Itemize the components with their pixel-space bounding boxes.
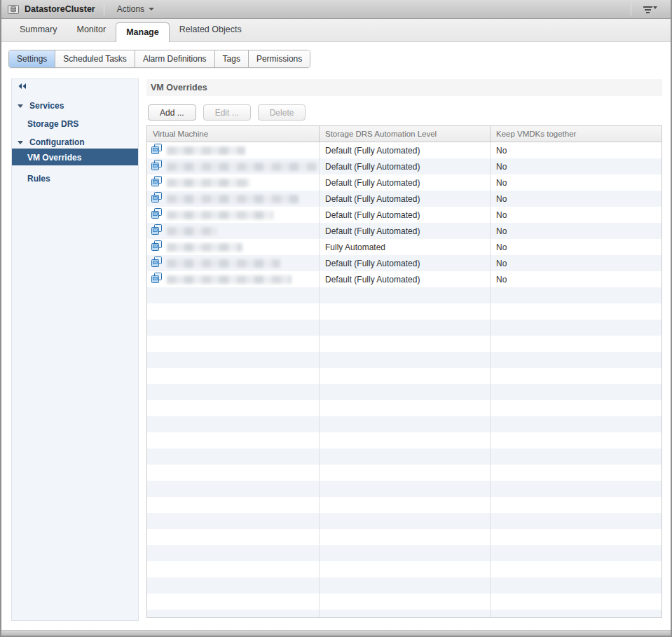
vm-name-redacted: [167, 163, 317, 171]
subtab-alarm-definitions[interactable]: Alarm Definitions: [135, 50, 215, 67]
subtab-scheduled-tasks[interactable]: Scheduled Tasks: [55, 50, 135, 67]
automation-level-cell: Default (Fully Automated): [320, 174, 491, 191]
automation-level-cell: Fully Automated: [320, 239, 491, 255]
automation-level-cell: Default (Fully Automated): [320, 223, 491, 239]
object-name: DatastoreCluster: [25, 4, 95, 14]
vm-cell[interactable]: [147, 142, 320, 158]
keep-vmdks-cell: No: [491, 174, 662, 191]
subtab-settings[interactable]: Settings: [9, 50, 55, 67]
vm-name-redacted: [167, 259, 280, 268]
vm-cell[interactable]: [147, 239, 320, 255]
vm-icon: [151, 240, 163, 254]
empty-table-row: [147, 432, 661, 448]
add-button[interactable]: Add ...: [148, 104, 196, 121]
automation-level-cell: Default (Fully Automated): [320, 142, 491, 158]
empty-table-row: [147, 513, 661, 529]
vm-name-redacted: [167, 179, 249, 187]
sidebar-item-vm-overrides[interactable]: VM Overrides: [12, 149, 138, 165]
column-header-keep-vmdks[interactable]: Keep VMDKs together: [491, 126, 662, 142]
sidebar-item-label: Rules: [27, 174, 50, 184]
empty-table-row: [147, 287, 661, 303]
vm-cell[interactable]: [147, 174, 320, 191]
vm-name-redacted: [167, 227, 217, 235]
automation-level-cell: Default (Fully Automated): [320, 158, 491, 174]
main-tab-bar: Summary Monitor Manage Related Objects: [1, 19, 671, 42]
table-body: Default (Fully Automated)NoDefault (Full…: [147, 142, 661, 618]
vm-cell[interactable]: [147, 207, 320, 223]
table-row[interactable]: Default (Fully Automated)No: [147, 255, 661, 271]
table-row[interactable]: Fully AutomatedNo: [147, 239, 661, 255]
settings-nav-panel: Services Storage DRS Configuration VM Ov…: [11, 78, 139, 621]
expanded-triangle-icon[interactable]: [18, 104, 23, 108]
vm-icon: [151, 256, 163, 270]
empty-table-row: [147, 465, 661, 481]
vm-cell[interactable]: [147, 255, 320, 271]
edit-button[interactable]: Edit ...: [203, 104, 251, 121]
subtab-permissions[interactable]: Permissions: [249, 50, 310, 67]
vm-icon: [151, 192, 163, 205]
window-bottom-bar: [1, 630, 671, 637]
vm-icon: [151, 224, 163, 238]
table-row[interactable]: Default (Fully Automated)No: [147, 223, 661, 239]
vm-icon: [151, 176, 163, 189]
empty-table-row: [147, 336, 661, 352]
expanded-triangle-icon[interactable]: [18, 141, 23, 144]
vm-icon: [151, 144, 163, 157]
delete-button[interactable]: Delete: [258, 104, 306, 121]
actions-menu-button[interactable]: Actions: [113, 2, 158, 16]
table-row[interactable]: Default (Fully Automated)No: [147, 191, 661, 207]
empty-table-row: [147, 577, 661, 594]
sidebar-group-label: Services: [29, 101, 64, 111]
automation-level-cell: Default (Fully Automated): [320, 207, 491, 223]
vm-cell[interactable]: [147, 271, 320, 287]
panel-header: VM Overrides: [146, 79, 662, 96]
tab-manage[interactable]: Manage: [116, 22, 170, 42]
manage-subtab-group: Settings Scheduled Tasks Alarm Definitio…: [8, 50, 310, 68]
table-row[interactable]: Default (Fully Automated)No: [147, 158, 661, 174]
vm-name-redacted: [167, 195, 299, 203]
titlebar-separator: [104, 3, 104, 15]
vm-name-redacted: [167, 211, 273, 219]
empty-table-row: [147, 320, 661, 336]
tab-related-objects[interactable]: Related Objects: [170, 18, 252, 41]
subtab-tags[interactable]: Tags: [215, 50, 249, 67]
column-header-automation-level[interactable]: Storage DRS Automation Level: [320, 126, 491, 142]
object-title-bar: DatastoreCluster Actions: [1, 0, 671, 19]
collapse-double-arrow-icon[interactable]: [18, 83, 27, 90]
sidebar-item-storage-drs[interactable]: Storage DRS: [12, 116, 138, 132]
table-row[interactable]: Default (Fully Automated)No: [147, 174, 661, 191]
toolbar: Add ... Edit ... Delete: [148, 104, 306, 121]
tab-summary[interactable]: Summary: [10, 18, 67, 41]
table-row[interactable]: Default (Fully Automated)No: [147, 142, 661, 158]
vm-cell[interactable]: [147, 223, 320, 239]
vsphere-client-window: DatastoreCluster Actions Summary Monitor…: [0, 0, 672, 637]
sidebar-group-services[interactable]: Services: [12, 97, 138, 114]
empty-table-row: [147, 545, 661, 561]
vm-cell[interactable]: [147, 191, 320, 207]
empty-table-row: [147, 352, 661, 368]
sidebar-item-rules[interactable]: Rules: [12, 170, 138, 187]
chevron-down-icon: [149, 8, 154, 11]
column-header-virtual-machine[interactable]: Virtual Machine: [147, 126, 320, 142]
vm-icon: [151, 273, 163, 286]
automation-level-cell: Default (Fully Automated): [320, 191, 491, 207]
keep-vmdks-cell: No: [491, 271, 662, 287]
titlebar-separator-right: [631, 3, 631, 15]
empty-table-row: [147, 497, 661, 513]
vm-cell[interactable]: [147, 158, 320, 174]
vm-overrides-table: Virtual Machine Storage DRS Automation L…: [146, 125, 662, 618]
empty-table-row: [147, 384, 661, 400]
table-row[interactable]: Default (Fully Automated)No: [147, 207, 661, 223]
keep-vmdks-cell: No: [491, 158, 662, 174]
empty-table-row: [147, 448, 661, 465]
table-row[interactable]: Default (Fully Automated)No: [147, 271, 661, 287]
empty-table-row: [147, 368, 661, 384]
tab-monitor[interactable]: Monitor: [67, 18, 116, 41]
sidebar-item-label: Storage DRS: [27, 119, 78, 129]
vm-icon: [151, 208, 163, 221]
empty-table-row: [147, 594, 661, 610]
actions-label: Actions: [117, 4, 144, 14]
keep-vmdks-cell: No: [491, 255, 662, 271]
empty-table-row: [147, 561, 661, 577]
list-menu-icon[interactable]: [640, 3, 661, 16]
